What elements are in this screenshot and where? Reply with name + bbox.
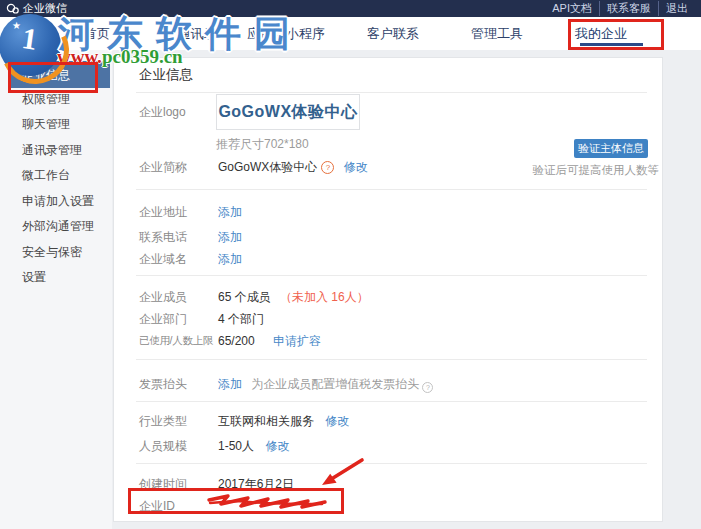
page-title: 企业信息 (139, 66, 193, 84)
annotation-arrow (316, 456, 368, 488)
phone-label: 联系电话 (139, 229, 187, 246)
industry-label: 行业类型 (139, 413, 187, 430)
departments-label: 企业部门 (139, 311, 187, 328)
sidebar-item-permissions[interactable]: 权限管理 (22, 91, 70, 108)
members-value: 65 个成员 (218, 290, 271, 304)
sidebar: 企业信息 权限管理 聊天管理 通讯录管理 微工作台 申请加入设置 外部沟通管理 … (0, 50, 112, 529)
departments-row: 企业部门 4 个部门 (139, 311, 647, 327)
quota-row: 已使用/人数上限 65/200 申请扩容 (139, 333, 647, 349)
logo-size-hint: 推荐尺寸702*180 (216, 136, 309, 153)
wechat-work-logo-icon (6, 3, 20, 15)
members-row: 企业成员 65 个成员 （未加入 16人） (139, 289, 647, 305)
domain-label: 企业域名 (139, 251, 187, 268)
scale-row: 人员规模 1-50人 修改 (139, 438, 647, 454)
divider (136, 275, 647, 276)
shortname-row: 企业简称 GoGoWX体验中心? 修改 (139, 159, 647, 175)
topbar-links: API文档 联系客服 退出 (545, 0, 695, 17)
industry-row: 行业类型 互联网和相关服务 修改 (139, 413, 647, 429)
divider (136, 189, 647, 190)
help-icon[interactable]: ? (321, 161, 334, 174)
scale-label: 人员规模 (139, 438, 187, 455)
tab-home[interactable]: 首页 (84, 25, 110, 43)
address-row: 企业地址 添加 (139, 204, 647, 220)
verify-subject-button[interactable]: 验证主体信息 (574, 139, 648, 158)
tab-customer[interactable]: 客户联系 (367, 25, 419, 43)
divider (136, 463, 647, 464)
tab-contacts[interactable]: 通讯录 (178, 25, 217, 43)
divider (136, 359, 647, 360)
sidebar-item-contacts-manage[interactable]: 通讯录管理 (22, 142, 82, 159)
edit-shortname-link[interactable]: 修改 (344, 160, 368, 174)
add-domain-link[interactable]: 添加 (218, 252, 242, 266)
sidebar-item-settings[interactable]: 设置 (22, 269, 46, 286)
annotation-box-sidebar-company-info (8, 62, 98, 93)
sidebar-item-chat-manage[interactable]: 聊天管理 (22, 116, 70, 133)
shortname-value: GoGoWX体验中心 (218, 160, 317, 174)
redaction-scribble (206, 493, 330, 510)
departments-value: 4 个部门 (218, 312, 264, 326)
sidebar-item-workbench[interactable]: 微工作台 (22, 167, 70, 184)
topbar: 企业微信 API文档 联系客服 退出 (0, 0, 701, 17)
brand-label: 企业微信 (23, 1, 67, 16)
logout-link[interactable]: 退出 (658, 1, 695, 16)
sidebar-item-join-settings[interactable]: 申请加入设置 (22, 193, 94, 210)
edit-industry-link[interactable]: 修改 (325, 414, 349, 428)
members-label: 企业成员 (139, 289, 187, 306)
add-invoice-link[interactable]: 添加 (218, 377, 242, 391)
sidebar-item-security[interactable]: 安全与保密 (22, 244, 82, 261)
add-phone-link[interactable]: 添加 (218, 230, 242, 244)
invoice-label: 发票抬头 (139, 376, 187, 393)
divider (136, 92, 647, 93)
company-logo-text: GoGoWX体验中心 (218, 102, 357, 123)
shortname-label: 企业简称 (139, 159, 187, 176)
divider (136, 401, 647, 402)
sidebar-item-external-comm[interactable]: 外部沟通管理 (22, 218, 94, 235)
address-label: 企业地址 (139, 204, 187, 221)
tab-apps[interactable]: 应用与小程序 (247, 25, 325, 43)
brand: 企业微信 (6, 0, 67, 17)
logo-label: 企业logo (139, 104, 186, 121)
company-logo-upload[interactable]: GoGoWX体验中心 (216, 94, 360, 130)
scale-value: 1-50人 (218, 439, 254, 453)
invoice-note: 为企业成员配置增值税发票抬头 (251, 377, 419, 391)
quota-value: 65/200 (218, 334, 255, 348)
industry-value: 互联网和相关服务 (218, 414, 314, 428)
domain-row: 企业域名 添加 (139, 251, 647, 267)
expand-quota-link[interactable]: 申请扩容 (273, 334, 321, 348)
tab-manage-tools[interactable]: 管理工具 (471, 25, 523, 43)
annotation-box-my-company-tab (568, 19, 664, 50)
company-info-panel: 企业信息 企业logo GoGoWX体验中心 推荐尺寸702*180 验证主体信… (113, 57, 663, 522)
page-root: 企业微信 API文档 联系客服 退出 首页 通讯录 应用与小程序 客户联系 管理… (0, 0, 701, 529)
edit-scale-link[interactable]: 修改 (265, 439, 289, 453)
invoice-row: 发票抬头 添加 为企业成员配置增值税发票抬头? (139, 376, 647, 392)
contact-support-link[interactable]: 联系客服 (599, 1, 658, 16)
members-not-joined: （未加入 16人） (280, 290, 369, 304)
quota-label: 已使用/人数上限 (139, 334, 213, 348)
api-docs-link[interactable]: API文档 (545, 1, 599, 16)
help-icon[interactable]: ? (422, 382, 433, 393)
add-address-link[interactable]: 添加 (218, 205, 242, 219)
phone-row: 联系电话 添加 (139, 229, 647, 245)
